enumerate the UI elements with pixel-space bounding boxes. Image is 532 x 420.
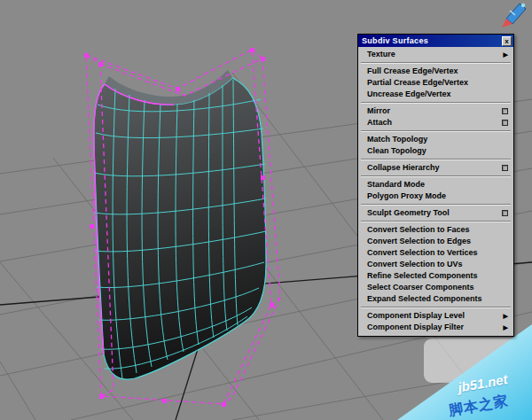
menu-separator [361,204,511,206]
menu-item-label: Select Coarser Components [367,283,474,292]
menu-item-label: Component Display Level [367,311,465,320]
subdiv-surface-object[interactable] [94,70,266,379]
surface-body [94,78,266,379]
menu-item-label: Convert Selection to Vertices [367,248,478,257]
menu-item-convert-selection-to-vertices[interactable]: Convert Selection to Vertices [359,247,512,259]
close-icon[interactable]: x [502,36,512,46]
submenu-arrow-icon: ▶ [504,49,508,60]
menu-separator [361,175,511,177]
menu-item-standard-mode[interactable]: Standard Mode [359,179,512,191]
menu-item-label: Full Crease Edge/Vertex [367,66,458,75]
menu-item-collapse-hierarchy[interactable]: Collapse Hierarchy [359,162,512,174]
menu-item-convert-selection-to-edges[interactable]: Convert Selection to Edges [359,236,512,247]
menu-item-label: Expand Selected Components [367,294,482,303]
menu-item-label: Polygon Proxy Mode [367,191,446,200]
brush-cursor-icon [502,4,526,27]
menu-separator [361,221,511,222]
option-box-icon[interactable] [502,108,508,114]
menu-separator [361,130,511,132]
menu-item-label: Convert Selection to Edges [367,237,471,245]
menu-item-expand-selected-components[interactable]: Expand Selected Components [359,293,512,305]
menu-item-convert-selection-to-uvs[interactable]: Convert Selection to UVs [359,259,512,270]
menu-item-label: Mirror [367,106,390,115]
option-box-icon[interactable] [502,210,508,216]
menu-item-component-display-level[interactable]: Component Display Level▶ [359,310,512,322]
menu-item-label: Refine Selected Components [367,271,478,280]
menu-item-label: Convert Selection to Faces [367,225,470,234]
menu-item-sculpt-geometry-tool[interactable]: Sculpt Geometry Tool [359,207,512,219]
menu-item-label: Clean Topology [367,146,426,155]
menu-item-component-display-filter[interactable]: Component Display Filter▶ [359,322,512,333]
menu-item-label: Partial Crease Edge/Vertex [367,78,468,87]
option-box-icon[interactable] [502,165,508,171]
menu-item-label: Component Display Filter [367,323,464,331]
menu-item-polygon-proxy-mode[interactable]: Polygon Proxy Mode [359,191,512,202]
menu-separator [361,62,511,64]
menu-item-clean-topology[interactable]: Clean Topology [359,145,512,157]
menu-item-label: Sculpt Geometry Tool [367,208,450,217]
menu-title-bar[interactable]: Subdiv Surfaces x [358,35,513,47]
submenu-arrow-icon: ▶ [504,310,508,322]
menu-item-match-topology[interactable]: Match Topology [359,134,512,145]
menu-item-select-coarser-components[interactable]: Select Coarser Components [359,282,512,293]
menu-title: Subdiv Surfaces [362,35,502,47]
menu-item-uncrease-edge-vertex[interactable]: Uncrease Edge/Vertex [359,89,512,100]
menu-separator [361,102,511,104]
menu-item-full-crease-edge-vertex[interactable]: Full Crease Edge/Vertex [359,66,512,77]
menu-item-label: Uncrease Edge/Vertex [367,89,451,98]
menu-item-label: Attach [367,118,392,127]
menu-separator [361,159,511,160]
menu-item-partial-crease-edge-vertex[interactable]: Partial Crease Edge/Vertex [359,77,512,89]
menu-item-refine-selected-components[interactable]: Refine Selected Components [359,270,512,282]
menu-body: Texture▶Full Crease Edge/VertexPartial C… [358,47,513,336]
menu-item-convert-selection-to-faces[interactable]: Convert Selection to Faces [359,224,512,236]
menu-item-texture[interactable]: Texture▶ [359,49,512,60]
menu-item-label: Standard Mode [367,180,425,189]
option-box-icon[interactable] [502,120,508,126]
menu-item-attach[interactable]: Attach [359,117,512,128]
menu-item-mirror[interactable]: Mirror [359,105,512,117]
menu-item-label: Match Topology [367,135,427,144]
submenu-arrow-icon: ▶ [504,322,508,333]
menu-item-label: Collapse Hierarchy [367,163,440,172]
menu-separator [361,307,511,308]
menu-item-label: Convert Selection to UVs [367,260,463,268]
menu-item-label: Texture [367,50,395,58]
subdiv-surfaces-menu: Subdiv Surfaces x Texture▶Full Crease Ed… [357,34,514,337]
maya-3d-viewport[interactable]: Subdiv Surfaces x Texture▶Full Crease Ed… [0,0,532,420]
